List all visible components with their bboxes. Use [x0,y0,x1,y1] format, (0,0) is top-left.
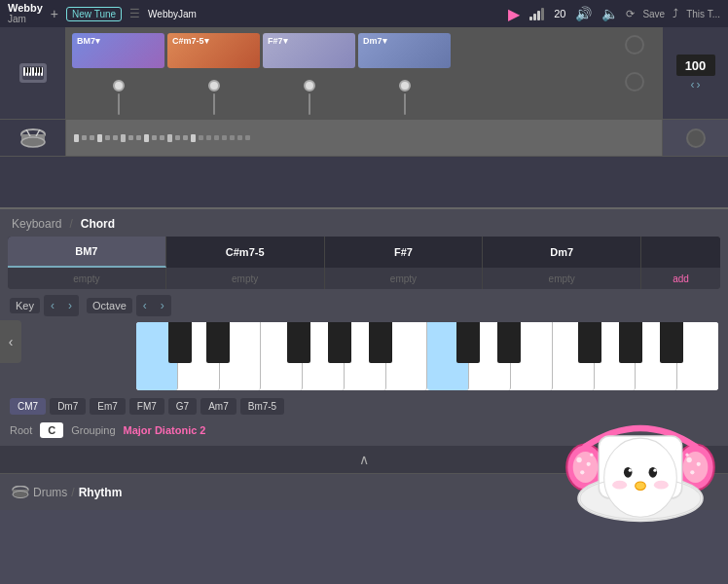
black-key-6[interactable] [497,322,521,363]
svg-point-42 [612,481,627,490]
chord-add-button[interactable]: add [641,268,720,289]
drums-header-icon [12,486,29,499]
volume-sliders [72,80,451,115]
bpm-display: 20 [554,8,565,19]
chord-block-cm7[interactable]: C#m7-5▾ [167,33,260,68]
chord-blocks-container: BM7▾ C#m7-5▾ F#7▾ Dm7▾ [72,33,451,68]
webbyjam-label: WebbyJam [148,9,197,19]
drum-beat-11 [152,135,157,140]
drum-beat-22 [237,135,242,140]
speaker-icon[interactable]: 🔈 [601,6,618,21]
chord-suggestion-fm7[interactable]: FM7 [129,398,164,415]
drum-icon [20,128,46,148]
bpm-value: 100 [676,55,715,76]
black-key-8[interactable] [619,322,642,363]
chord-tab-empty [641,237,720,268]
drum-beat-3 [90,135,94,140]
white-key-13[interactable] [677,322,718,390]
black-key-3[interactable] [328,322,351,363]
signal-bar-3 [537,11,540,20]
rhythm-label: Rhythm [79,486,123,499]
bpm-down-arrow[interactable]: ‹ [691,78,695,91]
drum-beat-21 [230,135,235,140]
add-chord-label: add [673,274,689,284]
drum-beat-16 [191,134,196,142]
chord-suggestion-cm7[interactable]: CM7 [10,398,46,415]
drum-beat-15 [183,135,188,140]
svg-point-32 [685,454,688,456]
black-key-9[interactable] [660,322,683,363]
chord-empty-row: empty empty empty empty add [8,268,720,289]
add-tune-button[interactable]: + [51,6,58,21]
chord-block-fm7[interactable]: F#7▾ [263,33,355,68]
octave-label: Octave [87,298,132,313]
chord-tab-2[interactable]: F#7 [325,237,484,268]
vol-knob-3[interactable] [304,80,315,91]
chord-block-cm7-label: C#m7-5▾ [172,36,209,46]
drum-icon-col [0,120,66,156]
piano-keyboard [136,322,718,390]
chord-block-dm7-label: Dm7▾ [363,36,387,46]
drum-beat-10 [144,134,149,142]
play-button[interactable]: ▶ [508,5,520,23]
mascot-svg [563,389,718,545]
this-button[interactable]: This T... [686,9,720,19]
bpm-up-arrow[interactable]: › [697,78,701,91]
chord-tab-3[interactable]: Dm7 [483,237,641,268]
key-right-arrow[interactable]: › [61,295,79,316]
white-key-6[interactable] [386,322,428,390]
drum-beat-8 [128,135,133,140]
signal-bar-2 [533,14,536,20]
chord-suggestion-g7[interactable]: G7 [168,398,197,415]
chord-suggestion-dm7[interactable]: Dm7 [50,398,86,415]
black-key-4[interactable] [369,322,392,363]
svg-point-39 [629,469,632,472]
black-key-7[interactable] [578,322,601,363]
chord-suggestion-em7[interactable]: Em7 [90,398,126,415]
app-subtitle: Jam [8,14,43,25]
volume-icon[interactable]: 🔊 [575,6,592,21]
chord-tab-label-0: BM7 [75,245,97,257]
signal-bars [529,7,544,20]
header-slash: / [69,217,72,231]
octave-left-arrow[interactable]: ‹ [136,295,154,316]
svg-point-28 [590,454,593,456]
left-tab-button[interactable]: ‹ [0,320,21,363]
svg-rect-10 [34,67,36,73]
playback-controls: ▶ 20 🔊 🔈 [508,5,618,23]
app-title: Webby [8,3,43,14]
vol-knob-4[interactable] [399,80,411,91]
black-key-1[interactable] [206,322,230,363]
black-key-2[interactable] [287,322,310,363]
black-key-0[interactable] [168,322,192,363]
drum-beat-14 [175,135,180,140]
new-tune-button[interactable]: New Tune [66,7,122,21]
chord-suggestion-am7[interactable]: Am7 [200,398,237,415]
drum-beat-4 [97,134,102,142]
vol-slider-3 [263,80,355,115]
svg-point-41 [636,482,646,491]
track-icon-column [0,27,66,119]
vol-knob-1[interactable] [113,80,125,91]
octave-right-arrow[interactable]: › [154,295,171,316]
vol-knob-2[interactable] [208,80,220,91]
chord-selector: BM7 C#m7-5 F#7 Dm7 empty empty empty [8,237,720,289]
svg-rect-4 [32,67,34,76]
chord-block-dm7[interactable]: Dm7▾ [358,33,451,68]
chord-empty-label-3: empty [549,274,575,284]
chord-tab-1[interactable]: C#m7-5 [166,237,325,268]
black-key-5[interactable] [456,322,480,363]
svg-rect-11 [37,67,39,73]
chord-tab-0[interactable]: BM7 [8,237,166,268]
save-button[interactable]: Save [642,9,665,19]
key-left-arrow[interactable]: ‹ [44,295,61,316]
chord-tabs-row: BM7 C#m7-5 F#7 Dm7 [8,237,720,268]
share-icon[interactable]: ⤴ [673,7,678,20]
chord-block-bm7[interactable]: BM7▾ [72,33,164,68]
root-value: C [40,422,63,438]
svg-point-30 [697,462,701,466]
chord-suggestion-bm7-5[interactable]: Bm7-5 [240,398,284,415]
drum-beat-7 [121,134,126,142]
drum-beat-5 [105,135,110,140]
chord-tab-label-1: C#m7-5 [226,246,265,258]
